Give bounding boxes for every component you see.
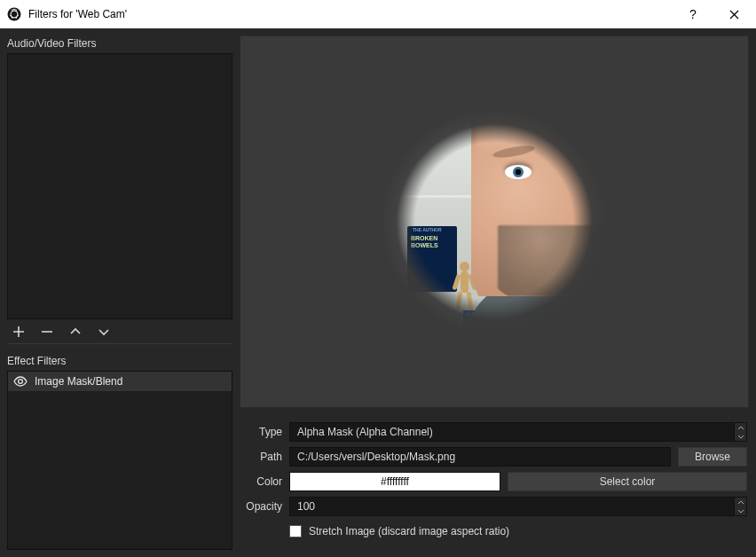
opacity-label: Opacity [241, 500, 282, 513]
effect-filters-list[interactable]: Image Mask/Blend [7, 371, 232, 550]
filter-item-label: Image Mask/Blend [35, 375, 122, 388]
app-icon [7, 7, 21, 21]
stretch-checkbox[interactable] [289, 525, 302, 537]
color-display[interactable]: #ffffffff [289, 472, 500, 491]
plus-icon [12, 326, 25, 338]
chevron-up-icon [69, 326, 82, 338]
eye-icon [13, 376, 28, 387]
webcam-preview: THE AUTHOR BROKEN BOWELS [361, 89, 627, 355]
opacity-value: 100 [297, 500, 315, 513]
opacity-step-up[interactable] [735, 498, 746, 506]
type-select[interactable]: Alpha Mask (Alpha Channel) [289, 422, 747, 442]
path-input[interactable]: C:/Users/versl/Desktop/Mask.png [289, 447, 671, 467]
chevron-down-icon [98, 326, 110, 338]
browse-button[interactable]: Browse [678, 447, 747, 467]
filter-properties-form: Type Alpha Mask (Alpha Channel) Path C:/… [240, 422, 749, 537]
window-title: Filters for 'Web Cam' [28, 8, 673, 20]
audio-filters-toolbar [7, 319, 232, 344]
book-prop: THE AUTHOR BROKEN BOWELS [407, 226, 457, 292]
move-down-button[interactable] [96, 324, 112, 340]
path-label: Path [241, 451, 282, 463]
visibility-toggle[interactable] [13, 374, 28, 388]
remove-filter-button[interactable] [39, 324, 55, 340]
select-color-button[interactable]: Select color [508, 472, 747, 491]
audio-filters-label: Audio/Video Filters [7, 35, 232, 53]
filter-item[interactable]: Image Mask/Blend [8, 372, 232, 391]
audio-filters-list[interactable] [7, 53, 232, 319]
opacity-input[interactable]: 100 [289, 497, 747, 516]
help-button[interactable]: ? [673, 0, 713, 28]
close-button[interactable] [713, 0, 754, 28]
path-value: C:/Users/versl/Desktop/Mask.png [297, 451, 455, 463]
person-face [471, 101, 611, 296]
svg-point-2 [19, 380, 23, 384]
chevron-down-icon [737, 509, 744, 514]
type-value: Alpha Mask (Alpha Channel) [297, 426, 433, 438]
move-up-button[interactable] [67, 324, 83, 340]
color-label: Color [241, 475, 282, 488]
close-icon [729, 10, 739, 20]
preview-area: THE AUTHOR BROKEN BOWELS [240, 35, 749, 408]
chevron-up-icon [737, 426, 744, 430]
help-icon: ? [689, 7, 697, 21]
titlebar: Filters for 'Web Cam' ? [0, 0, 756, 28]
type-label: Type [241, 426, 282, 438]
chevron-up-icon [737, 500, 744, 505]
add-filter-button[interactable] [11, 324, 27, 340]
opacity-step-down[interactable] [735, 506, 746, 515]
chevron-down-icon [737, 435, 744, 439]
minus-icon [41, 326, 53, 338]
effect-filters-label: Effect Filters [7, 353, 232, 371]
stretch-label: Stretch Image (discard image aspect rati… [309, 525, 509, 537]
